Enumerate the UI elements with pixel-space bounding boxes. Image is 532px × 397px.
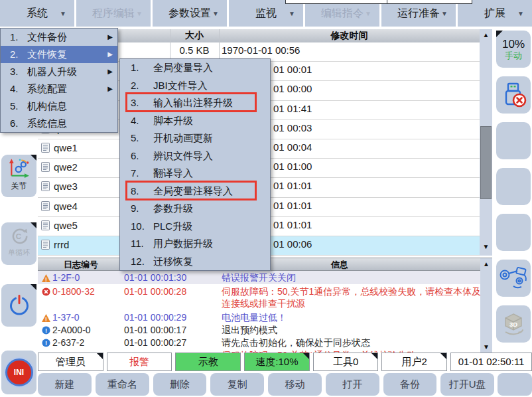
submenu-item-io-comment-upgrade[interactable]: 3.输入输出注释升级: [120, 94, 270, 112]
submenu-item-global-var-import[interactable]: 1.全局变量导入: [120, 59, 270, 77]
system-menu-item-system-info[interactable]: 6.系统信息: [1, 115, 117, 132]
status-alarm[interactable]: 报警: [107, 353, 172, 371]
submenu-item-user-data-upgrade[interactable]: 11.用户数据升级: [120, 235, 270, 253]
svg-text:!: !: [45, 340, 47, 347]
power-icon: [8, 293, 31, 316]
menu-label: 运行准备: [397, 7, 440, 19]
file-name-cell: qwe3: [41, 181, 78, 192]
scrollbar-thumb[interactable]: [480, 126, 492, 199]
action-bar: 新建 重命名 删除 复制 移动 打开 备份 打开U盘: [38, 372, 532, 397]
menu-system[interactable]: 系统▼: [0, 0, 76, 27]
submenu-item-translation-import[interactable]: 7.翻译导入: [120, 165, 270, 183]
ini-logo-icon: INI: [5, 358, 33, 386]
submenu-item-parameter-upgrade[interactable]: 9.参数升级: [120, 200, 270, 218]
hand-teach-icon: [499, 266, 528, 291]
status-user-level[interactable]: 管理员: [38, 353, 103, 371]
speed-mode-button[interactable]: 10% 手动: [496, 31, 531, 68]
info-icon: !: [42, 338, 50, 350]
ini-logo-button[interactable]: INI: [1, 351, 36, 394]
system-menu-item-mechanism-info[interactable]: 5.机构信息: [1, 98, 117, 115]
svg-text:3D: 3D: [509, 321, 517, 328]
rename-button[interactable]: 重命名: [96, 373, 149, 396]
usb-status-button[interactable]: [496, 76, 531, 114]
file-mtime: 01 00:01: [273, 64, 312, 75]
menu-monitor[interactable]: 监视▼: [229, 0, 305, 27]
log-panel: 日志编号 信息 ! 1-2F-0 01-01 00:01:30 错误报警开关关闭…: [38, 258, 492, 353]
mode-label: 手动: [505, 50, 522, 61]
sidebar-slot-3[interactable]: [496, 214, 531, 251]
speed-value: 10%: [502, 38, 525, 50]
system-menu-item-file-restore[interactable]: 2.文件恢复▶: [1, 46, 117, 63]
submenu-item-plc-upgrade[interactable]: 10.PLC升级: [120, 218, 270, 236]
svg-text:!: !: [45, 327, 47, 334]
open-button[interactable]: 打开: [326, 373, 379, 396]
status-user-coord[interactable]: 用户2: [381, 353, 447, 371]
file-mtime: 01 01:41: [273, 103, 312, 114]
system-menu-item-robot-upgrade[interactable]: 3.机器人升级▶: [1, 63, 117, 80]
scroll-up-icon[interactable]: ▲: [480, 260, 492, 268]
submenu-item-global-var-comment-import[interactable]: 8.全局变量注释导入: [120, 183, 270, 200]
log-id: 1-2F-0: [52, 272, 80, 283]
menu-extend[interactable]: 扩展▼: [458, 0, 532, 27]
submenu-arrow-icon: ▶: [107, 80, 113, 98]
menu-parameter-settings[interactable]: 参数设置▼: [153, 0, 229, 27]
document-icon: [41, 162, 50, 172]
submenu-item-migration-restore[interactable]: 12.迁移恢复: [120, 253, 270, 271]
drag-teach-button[interactable]: [496, 260, 531, 297]
menu-edit-instruction: 编辑指令▼: [305, 0, 381, 27]
svg-text:!: !: [45, 276, 47, 282]
joint-coordinate-button[interactable]: 关节: [1, 155, 36, 197]
sidebar-slot-1[interactable]: [496, 122, 531, 159]
background-window-edge: [285, 0, 472, 4]
menu-label: 编辑指令: [321, 7, 364, 19]
copy-button[interactable]: 复制: [210, 373, 264, 396]
submenu-item-boot-animation-update[interactable]: 5.开机动画更新: [120, 129, 270, 147]
system-menu-item-file-backup[interactable]: 1.文件备份▶: [1, 29, 117, 46]
scroll-up-icon[interactable]: ▲: [480, 31, 492, 39]
single-cycle-button[interactable]: C 单循环: [1, 222, 36, 265]
document-icon: [41, 201, 50, 211]
open-usb-button[interactable]: 打开U盘: [440, 373, 494, 396]
file-name-cell: qwe4: [41, 200, 78, 212]
status-tool[interactable]: 工具0: [313, 353, 379, 371]
system-menu-item-system-config[interactable]: 4.系统配置▶: [1, 80, 117, 98]
view-3d-button[interactable]: 3D: [496, 305, 531, 343]
sidebar-slot-2[interactable]: [496, 168, 531, 205]
log-message: 请先点击初始化，确保处于同步状态: [222, 337, 484, 349]
status-speed[interactable]: 速度:10%: [244, 353, 310, 371]
log-id: 2-637-2: [52, 337, 84, 349]
action-button-partial[interactable]: [498, 373, 532, 396]
servo-power-button[interactable]: [1, 284, 36, 327]
scroll-down-icon[interactable]: ▼: [480, 243, 492, 250]
chevron-down-icon: ▼: [289, 1, 295, 27]
submenu-item-jbi-file-import[interactable]: 2.JBI文件导入: [120, 77, 270, 95]
submenu-item-script-upgrade[interactable]: 4.脚本升级: [120, 112, 270, 130]
info-icon: !: [42, 325, 50, 337]
menu-program-edit: 程序编辑▼: [76, 0, 153, 27]
table-scrollbar[interactable]: ▲ ▼: [480, 29, 492, 256]
file-name-cell: rrrd: [41, 239, 69, 250]
chevron-down-icon: ▼: [136, 1, 143, 27]
submenu-arrow-icon: ▶: [107, 29, 113, 46]
warning-icon: !: [42, 273, 50, 285]
scroll-down-icon[interactable]: ▼: [480, 343, 492, 351]
chevron-down-icon: ▼: [517, 1, 524, 27]
file-mtime: 1970-01-01 00:56: [222, 44, 300, 56]
log-scrollbar[interactable]: ▲ ▼: [480, 258, 492, 353]
menu-run-prepare[interactable]: 运行准备▼: [381, 0, 458, 27]
log-id: 0-1800-32: [52, 285, 95, 297]
log-message: 伺服故障码：50,关节1通信异常，总线校验失败，请检查本体及连接线或排查干扰源: [222, 285, 484, 309]
file-mtime: 01 01:01: [273, 180, 312, 191]
move-button[interactable]: 移动: [268, 373, 322, 396]
submenu-item-identify-file-import[interactable]: 6.辨识文件导入: [120, 147, 270, 165]
status-bar: 管理员 报警 示教 速度:10% 工具0 用户2 01-01 02:50:11: [38, 353, 532, 371]
backup-button[interactable]: 备份: [383, 373, 437, 396]
new-button[interactable]: 新建: [38, 373, 92, 396]
delete-button[interactable]: 删除: [153, 373, 207, 396]
chevron-down-icon: ▼: [212, 1, 219, 27]
column-divider: [170, 29, 170, 62]
submenu-arrow-icon: ▶: [107, 46, 113, 63]
col-header-size: 大小: [170, 30, 219, 42]
log-message: 错误报警开关关闭: [222, 272, 484, 283]
status-mode-teach[interactable]: 示教: [175, 353, 241, 371]
